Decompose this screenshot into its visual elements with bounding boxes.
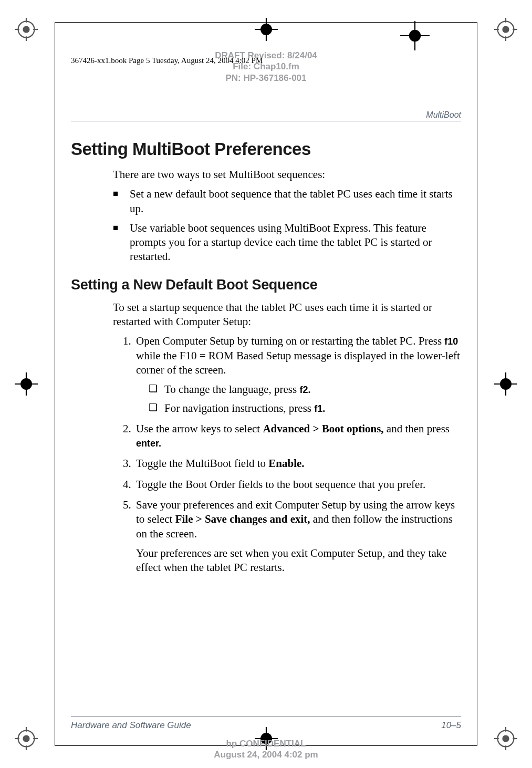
footer-guide-title: Hardware and Software Guide <box>71 720 191 731</box>
book-info-text: 367426-xx1.book Page 5 Tuesday, August 2… <box>71 56 263 65</box>
draft-revision-block: DRAFT Revised: 8/24/04 File: Chap10.fm P… <box>55 50 477 84</box>
menu-path: File > Save changes and exit, <box>175 513 310 525</box>
substep-text: To change the language, press <box>164 383 299 396</box>
bullet-item: Set a new default boot sequence that the… <box>113 187 461 216</box>
footer-rule <box>71 717 461 717</box>
confidential-date: August 24, 2004 4:02 pm <box>55 749 477 760</box>
footer-line: Hardware and Software Guide 10–5 <box>71 720 461 731</box>
keycap-f1: f1. <box>314 403 325 414</box>
crop-mark-top-right-icon <box>494 18 517 41</box>
step-text: Use the arrow keys to select <box>136 422 263 435</box>
content-area: Setting MultiBoot Preferences There are … <box>71 139 461 582</box>
keycap-enter: enter. <box>136 438 161 449</box>
running-head: MultiBoot <box>71 110 461 121</box>
bullet-item: Use variable boot sequences using MultiB… <box>113 221 461 264</box>
running-head-text: MultiBoot <box>426 110 461 120</box>
step-text: while the F10 = ROM Based Setup message … <box>136 349 460 376</box>
bullet-list: Set a new default boot sequence that the… <box>113 187 461 264</box>
crop-mark-mid-left-icon <box>15 372 38 396</box>
step-3: Toggle the MultiBoot field to Enable. <box>134 456 461 471</box>
step-note: Your preferences are set when you exit C… <box>136 546 461 575</box>
heading-setting-multiboot-preferences: Setting MultiBoot Preferences <box>71 139 461 159</box>
step-5: Save your preferences and exit Computer … <box>134 498 461 575</box>
step-2: Use the arrow keys to select Advanced > … <box>134 422 461 451</box>
para-setup-intro: To set a startup sequence that the table… <box>113 300 461 329</box>
confidential-block: hp CONFIDENTIAL August 24, 2004 4:02 pm <box>55 738 477 761</box>
menu-path: Advanced > Boot options, <box>263 422 383 435</box>
step-1: Open Computer Setup by turning on or res… <box>134 334 461 415</box>
svg-point-1 <box>23 26 29 33</box>
substep-navigation-instructions: For navigation instructions, press f1. <box>149 401 461 416</box>
crop-mark-top-left-icon <box>15 18 38 41</box>
numbered-steps: Open Computer Setup by turning on or res… <box>113 334 461 575</box>
keycap-f10: f10 <box>444 336 458 347</box>
step-4: Toggle the Boot Order fields to the boot… <box>134 478 461 492</box>
svg-point-19 <box>502 735 509 742</box>
substep-change-language: To change the language, press f2. <box>149 382 461 397</box>
draft-pn: PN: HP-367186-001 <box>55 72 477 84</box>
svg-point-7 <box>502 26 509 33</box>
substep-text: For navigation instructions, press <box>164 402 314 414</box>
intro-paragraph: There are two ways to set MultiBoot sequ… <box>113 168 461 182</box>
step-text: Toggle the MultiBoot field to <box>136 457 268 470</box>
confidential-text: hp CONFIDENTIAL <box>55 738 477 749</box>
footer-page-number: 10–5 <box>441 720 461 731</box>
keycap-f2: f2. <box>299 385 310 395</box>
heading-setting-new-default-boot-sequence: Setting a New Default Boot Sequence <box>71 277 461 293</box>
substep-list: To change the language, press f2. For na… <box>149 382 461 416</box>
step-text: Open Computer Setup by turning on or res… <box>136 335 444 347</box>
crop-mark-mid-right-icon <box>494 372 517 396</box>
field-value: Enable. <box>268 457 304 470</box>
crop-mark-bottom-left-icon <box>15 727 38 750</box>
svg-point-13 <box>23 735 29 742</box>
step-text: and then press <box>384 422 450 435</box>
page-frame: 367426-xx1.book Page 5 Tuesday, August 2… <box>55 22 477 746</box>
crop-mark-bottom-right-icon <box>494 727 517 750</box>
